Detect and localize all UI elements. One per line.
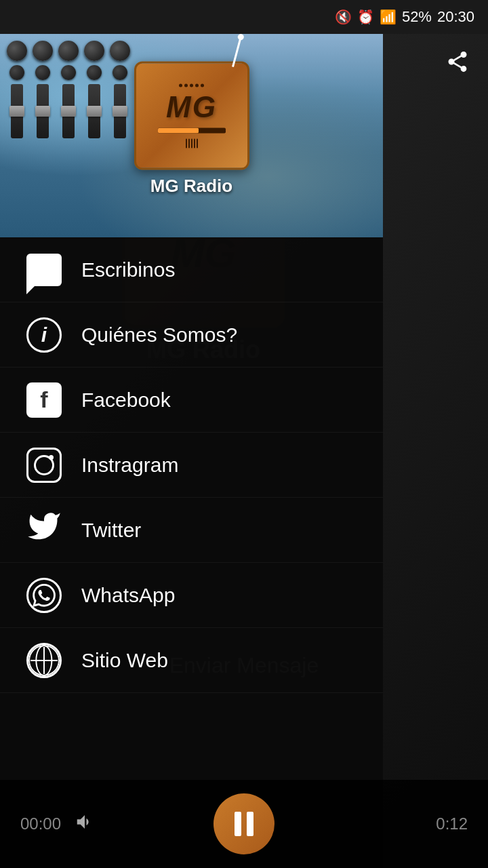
menu-item-instagram[interactable]: Instragram	[0, 433, 383, 498]
alarm-icon: ⏰	[357, 9, 374, 25]
instagram-icon-wrap	[20, 441, 68, 489]
radio-logo-circle: MG	[134, 62, 249, 170]
knob-4	[84, 41, 104, 61]
pause-bar-right	[247, 812, 253, 836]
menu-panel: Escribinos i Quiénes Somos? f Facebook I…	[0, 237, 383, 868]
fader-2	[37, 84, 49, 138]
knob-1	[7, 41, 27, 61]
pause-button[interactable]	[214, 793, 274, 854]
share-button[interactable]	[441, 47, 474, 81]
player-time-right: 0:12	[436, 814, 468, 833]
sitio-web-label: Sitio Web	[81, 649, 168, 672]
knob-sm-1	[9, 65, 24, 80]
wifi-icon: 📶	[380, 9, 396, 25]
facebook-icon-wrap: f	[20, 376, 68, 424]
quienes-somos-label: Quiénes Somos?	[81, 323, 237, 347]
web-ellipse-outer	[28, 645, 60, 676]
whatsapp-label: WhatsApp	[81, 584, 175, 607]
info-icon-wrap: i	[20, 311, 68, 359]
facebook-label: Facebook	[81, 389, 171, 412]
menu-item-sitio-web[interactable]: Sitio Web	[0, 628, 383, 693]
knob-sm-4	[87, 65, 102, 80]
twitter-icon-wrap	[20, 507, 68, 554]
web-icon	[26, 643, 62, 678]
chat-icon-wrap	[20, 246, 68, 294]
fader-5	[114, 84, 126, 138]
radio-dots	[179, 83, 204, 87]
player-time-left: 00:00	[20, 814, 75, 833]
knob-2	[33, 41, 53, 61]
escribinos-label: Escribinos	[81, 258, 175, 281]
radio-letters: MG	[166, 90, 217, 123]
pause-icon	[235, 812, 253, 836]
pause-bar-left	[235, 812, 241, 836]
clock-text: 20:30	[437, 8, 474, 26]
radio-bar-fill	[158, 127, 199, 133]
menu-item-whatsapp[interactable]: WhatsApp	[0, 563, 383, 628]
fader-3	[62, 84, 75, 138]
facebook-icon: f	[26, 382, 62, 418]
status-bar: 🔇 ⏰ 📶 52% 20:30	[0, 0, 488, 34]
share-icon	[445, 50, 470, 79]
knob-sm-2	[35, 65, 50, 80]
knob-sm-5	[113, 65, 127, 80]
fader-4	[88, 84, 100, 138]
mute-icon: 🔇	[335, 9, 352, 25]
radio-name-label: MG Radio	[150, 176, 232, 197]
status-icons: 🔇 ⏰ 📶 52% 20:30	[335, 8, 474, 26]
chat-icon	[26, 254, 62, 286]
web-icon-wrap	[20, 637, 68, 684]
bottom-player: 00:00 0:12	[0, 780, 488, 868]
instagram-icon	[26, 448, 62, 483]
instagram-label: Instragram	[81, 454, 178, 477]
radio-speaker	[186, 138, 198, 148]
fader-1	[11, 84, 23, 138]
header-image: MG MG Radio	[0, 34, 383, 237]
knob-5	[110, 41, 130, 61]
knob-3	[58, 41, 79, 61]
radio-logo-overlay: MG MG Radio	[134, 62, 249, 197]
whatsapp-icon-wrap	[20, 572, 68, 619]
twitter-icon	[26, 509, 62, 552]
menu-item-twitter[interactable]: Twitter	[0, 498, 383, 563]
whatsapp-icon	[26, 578, 62, 613]
info-icon: i	[26, 317, 62, 353]
volume-icon[interactable]	[75, 812, 95, 837]
menu-item-escribinos[interactable]: Escribinos	[0, 237, 383, 302]
radio-bar	[158, 127, 226, 133]
battery-text: 52%	[402, 8, 432, 26]
knob-sm-3	[61, 65, 76, 80]
twitter-label: Twitter	[81, 519, 141, 542]
menu-item-facebook[interactable]: f Facebook	[0, 368, 383, 433]
menu-item-quienes-somos[interactable]: i Quiénes Somos?	[0, 302, 383, 368]
